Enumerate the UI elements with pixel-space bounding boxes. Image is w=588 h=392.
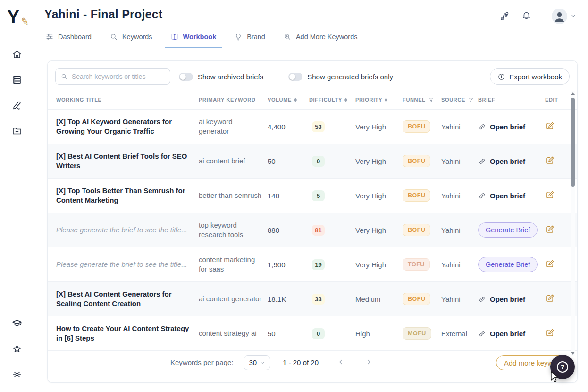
row-priority: High [355,330,403,338]
row-source: Yahini [441,261,478,269]
projects-list-icon[interactable] [11,74,23,86]
edit-icon[interactable] [545,224,555,236]
row-keyword: ai keyword generator [199,117,268,136]
scroll-up-arrow[interactable] [571,92,575,95]
sidebar-nav [11,48,23,137]
open-brief-link[interactable]: Open brief [478,295,540,303]
scroll-down-arrow[interactable] [571,352,575,355]
rocket-icon[interactable] [498,10,511,23]
col-source[interactable]: Source [441,97,478,103]
difficulty-badge: 0 [312,328,325,339]
scroll-thumb[interactable] [571,98,575,187]
row-keyword: content strategy ai [199,329,268,338]
table-row[interactable]: [X] Best AI Content Generators for Scali… [48,281,577,316]
pagination-bar: Keywords per page: 30 1 - 20 of 20 Add m… [48,350,577,374]
open-brief-link[interactable]: Open brief [478,123,540,131]
difficulty-badge: 5 [312,190,325,201]
header-divider [542,10,542,23]
table-header: Working Title Primary Keyword Volume Dif… [48,90,577,109]
page-title: Yahini - Final Project [44,8,162,21]
page-header: Yahini - Final Project [34,0,588,24]
edit-pencil-icon [545,293,555,303]
folder-plus-icon[interactable] [11,125,23,137]
open-brief-label: Open brief [490,192,525,200]
funnel-badge: BOFU [403,224,430,236]
notifications-bell-icon[interactable] [520,10,532,23]
open-brief-link[interactable]: Open brief [478,192,540,200]
table-row[interactable]: [X] Top Tools Better Than Semrush for Co… [48,178,577,213]
tab-brand[interactable]: Brand [228,33,271,48]
row-source: Yahini [441,226,478,234]
edit-pencil-icon [545,190,555,200]
table-row[interactable]: Please generate the brief to see the tit… [48,247,577,281]
row-title: [X] Top Tools Better Than Semrush for Co… [56,186,194,205]
academy-graduation-icon[interactable] [11,317,23,330]
toggle-switch[interactable] [288,73,302,81]
edit-icon[interactable] [545,328,555,339]
settings-gear-icon[interactable] [11,368,23,381]
per-page-select[interactable]: 30 [244,355,270,370]
edit-icon[interactable] [545,155,555,167]
user-menu[interactable] [552,9,577,24]
link-icon [478,123,486,131]
prev-page-button[interactable] [336,357,346,369]
chevron-left-icon [337,358,344,366]
sidebar: Y ✎ [0,0,34,392]
sort-icon[interactable] [294,98,297,102]
row-keyword: ai content generator [199,294,268,304]
open-brief-link[interactable]: Open brief [478,157,540,165]
col-difficulty[interactable]: Difficulty [309,97,355,102]
col-priority[interactable]: Priority [355,97,403,102]
favorites-star-icon[interactable] [11,343,23,355]
tab-dashboard[interactable]: Dashboard [40,33,97,48]
generate-brief-button[interactable]: Generate Brief [478,257,538,272]
difficulty-badge: 0 [312,156,325,167]
table-row[interactable]: How to Create Your AI Content Strategy i… [48,316,577,350]
toggle-switch[interactable] [179,73,193,81]
toggle-generated-only[interactable]: Show generated briefs only [288,73,393,81]
write-pen-icon[interactable] [11,99,23,111]
edit-icon[interactable] [545,190,555,201]
tab-keywords[interactable]: Keywords [104,33,158,48]
row-volume: 140 [268,192,309,200]
difficulty-badge: 53 [312,121,325,132]
export-workbook-button[interactable]: Export workbook [490,68,570,85]
row-title: [X] Best AI Content Generators for Scali… [56,290,194,309]
row-priority: Very High [355,261,403,269]
workbook-card: Show archived briefs Show generated brie… [47,60,578,383]
generate-brief-button[interactable]: Generate Brief [478,222,538,238]
question-mark-icon: ? [557,361,568,373]
col-volume[interactable]: Volume [268,97,309,102]
table-row[interactable]: Please generate the brief to see the tit… [48,213,577,247]
chevron-right-icon [365,358,372,366]
edit-icon[interactable] [545,293,555,305]
search-input[interactable] [72,73,165,80]
row-source: Yahini [441,157,478,165]
sort-icon[interactable] [385,98,387,102]
help-button[interactable]: ? [550,355,575,379]
home-icon[interactable] [11,48,23,60]
row-volume: 50 [268,157,309,165]
edit-icon[interactable] [545,259,555,270]
edit-icon[interactable] [545,121,555,132]
open-brief-label: Open brief [490,330,525,338]
controls-row: Show archived briefs Show generated brie… [48,61,577,90]
next-page-button[interactable] [363,357,374,369]
toggle-archived[interactable]: Show archived briefs [179,73,263,81]
row-priority: Medium [355,295,403,303]
sort-icon[interactable] [344,98,347,102]
open-brief-link[interactable]: Open brief [478,330,540,338]
tab-add-more-keywords[interactable]: Add More Keywords [277,33,363,48]
filter-funnel-icon [468,97,474,103]
tab-workbook[interactable]: Workbook [165,33,222,48]
row-title: Please generate the brief to see the tit… [56,225,194,235]
funnel-badge: TOFU [403,258,430,271]
difficulty-badge: 81 [312,225,325,236]
col-funnel[interactable]: Funnel [403,97,441,103]
table-row[interactable]: [X] Top AI Keyword Generators for Growin… [48,109,577,144]
search-box[interactable] [55,68,170,85]
table-scrollbar[interactable] [571,91,575,356]
app-logo[interactable]: Y ✎ [8,7,26,28]
lightbulb-icon [234,33,243,41]
table-row[interactable]: [X] Best AI Content Brief Tools for SEO … [48,144,577,178]
